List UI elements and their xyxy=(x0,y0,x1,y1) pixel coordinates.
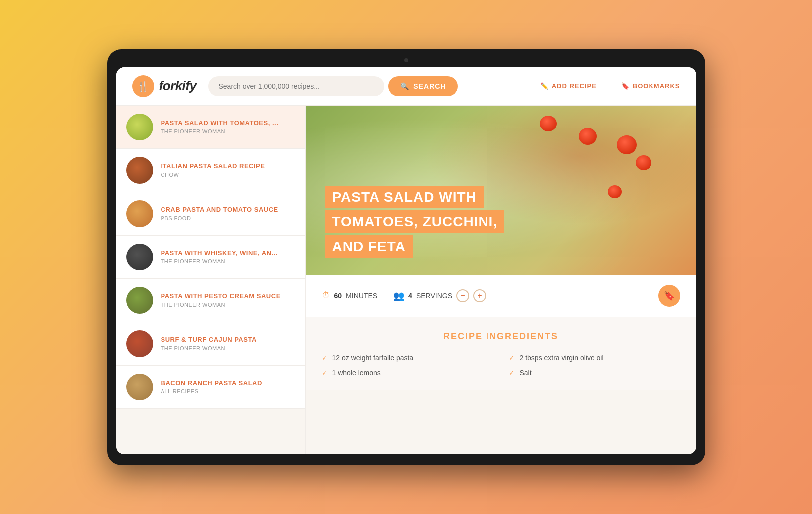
app-name: forkify xyxy=(159,78,197,94)
recipe-title: PASTA WITH PESTO CREAM SAUCE xyxy=(161,292,295,301)
recipe-thumbnail xyxy=(126,157,153,184)
bookmarks-button[interactable]: 🔖 BOOKMARKS xyxy=(621,81,680,91)
add-recipe-icon: ✏️ xyxy=(540,82,549,90)
servings-meta: 👥 4 SERVINGS − + xyxy=(393,289,486,302)
recipe-source: THE PIONEER WOMAN xyxy=(161,258,295,264)
ingredients-grid: ✓ 12 oz weight farfalle pasta ✓ 2 tbsps … xyxy=(322,354,680,377)
ingredient-item: ✓ 12 oz weight farfalle pasta xyxy=(322,354,493,362)
clock-icon: ⏱ xyxy=(322,290,330,301)
ingredients-title: RECIPE INGREDIENTS xyxy=(322,331,680,342)
increase-servings-button[interactable]: + xyxy=(473,289,486,302)
add-recipe-button[interactable]: ✏️ ADD RECIPE xyxy=(540,81,597,91)
ingredient-item: ✓ 1 whole lemons xyxy=(322,369,493,377)
recipe-title: ITALIAN PASTA SALAD RECIPE xyxy=(161,162,295,171)
recipe-thumbnail xyxy=(126,244,153,270)
ingredient-text: 12 oz weight farfalle pasta xyxy=(332,354,414,362)
recipe-meta: ⏱ 60 MINUTES 👥 4 SERVINGS − + xyxy=(306,275,696,317)
servings-value: 4 xyxy=(408,292,412,300)
search-area: 🔍 SEARCH xyxy=(208,76,458,96)
title-overlay: PASTA SALAD WITH TOMATOES, ZUCCHINI, AND… xyxy=(325,186,676,260)
recipe-title: PASTA WITH WHISKEY, WINE, AN... xyxy=(161,249,295,257)
recipe-title-line3: AND FETA xyxy=(325,235,413,258)
list-item[interactable]: SURF & TURF CAJUN PASTA THE PIONEER WOMA… xyxy=(116,322,305,366)
tomato-decoration xyxy=(617,135,637,154)
bookmark-recipe-button[interactable]: 🔖 xyxy=(658,285,680,307)
bookmarks-icon: 🔖 xyxy=(621,82,630,90)
ingredient-check-icon: ✓ xyxy=(322,369,327,377)
ingredient-text: 1 whole lemons xyxy=(332,369,381,377)
device-frame: 🍴 forkify 🔍 SEARCH ✏️ ADD RECIPE 🔖 B xyxy=(107,49,705,465)
ingredient-check-icon: ✓ xyxy=(322,354,327,362)
header-divider xyxy=(609,81,609,91)
recipe-title: BACON RANCH PASTA SALAD xyxy=(161,379,295,387)
device-notch xyxy=(116,58,696,62)
bookmark-icon: 🔖 xyxy=(664,290,675,301)
decrease-servings-button[interactable]: − xyxy=(456,289,469,302)
content-area: PASTA SALAD WITH TOMATOES, ZUCCHINI, AND… xyxy=(306,106,696,454)
recipe-info: SURF & TURF CAJUN PASTA THE PIONEER WOMA… xyxy=(161,336,295,352)
recipe-info: PASTA SALAD WITH TOMATOES, ... THE PIONE… xyxy=(161,119,295,135)
recipe-source: THE PIONEER WOMAN xyxy=(161,345,295,351)
recipe-source: CHOW xyxy=(161,172,295,178)
recipe-title: SURF & TURF CAJUN PASTA xyxy=(161,336,295,344)
search-button[interactable]: 🔍 SEARCH xyxy=(388,76,458,96)
sidebar: PASTA SALAD WITH TOMATOES, ... THE PIONE… xyxy=(116,106,306,454)
ingredient-text: 2 tbsps extra virgin olive oil xyxy=(520,354,604,362)
list-item[interactable]: PASTA WITH WHISKEY, WINE, AN... THE PION… xyxy=(116,236,305,279)
notch-dot xyxy=(404,58,408,62)
time-meta: ⏱ 60 MINUTES xyxy=(322,290,378,301)
recipe-thumbnail xyxy=(126,330,153,357)
tomato-decoration xyxy=(636,155,651,170)
recipe-thumbnail xyxy=(126,114,153,140)
time-value: 60 xyxy=(334,292,342,300)
ingredient-item: ✓ 2 tbsps extra virgin olive oil xyxy=(509,354,680,362)
list-item[interactable]: PASTA WITH PESTO CREAM SAUCE THE PIONEER… xyxy=(116,279,305,322)
header-actions: ✏️ ADD RECIPE 🔖 BOOKMARKS xyxy=(540,81,680,91)
tomato-decoration xyxy=(579,128,597,145)
ingredient-check-icon: ✓ xyxy=(509,369,515,377)
recipe-title: PASTA SALAD WITH TOMATOES, ... xyxy=(161,119,295,128)
recipe-source: ALL RECIPES xyxy=(161,388,295,394)
search-button-label: SEARCH xyxy=(413,82,446,90)
recipe-thumbnail xyxy=(126,200,153,227)
search-input[interactable] xyxy=(208,76,384,96)
add-recipe-label: ADD RECIPE xyxy=(552,82,597,90)
recipe-thumbnail xyxy=(126,287,153,314)
people-icon: 👥 xyxy=(393,290,404,301)
recipe-title-line2: TOMATOES, ZUCCHINI, xyxy=(325,210,505,233)
logo-area: 🍴 forkify xyxy=(132,75,197,97)
list-item[interactable]: PASTA SALAD WITH TOMATOES, ... THE PIONE… xyxy=(116,106,305,149)
tomato-decoration xyxy=(540,116,557,131)
ingredient-text: Salt xyxy=(520,369,532,377)
recipe-source: THE PIONEER WOMAN xyxy=(161,302,295,308)
logo-icon: 🍴 xyxy=(132,75,154,97)
ingredients-section: RECIPE INGREDIENTS ✓ 12 oz weight farfal… xyxy=(306,317,696,390)
recipe-thumbnail xyxy=(126,374,153,400)
recipe-info: BACON RANCH PASTA SALAD ALL RECIPES xyxy=(161,379,295,395)
ingredient-check-icon: ✓ xyxy=(509,354,515,362)
recipe-info: PASTA WITH WHISKEY, WINE, AN... THE PION… xyxy=(161,249,295,265)
list-item[interactable]: CRAB PASTA AND TOMATO SAUCE PBS FOOD xyxy=(116,192,305,236)
servings-label: SERVINGS xyxy=(416,292,452,300)
recipe-info: CRAB PASTA AND TOMATO SAUCE PBS FOOD xyxy=(161,206,295,222)
ingredient-item: ✓ Salt xyxy=(509,369,680,377)
recipe-title: CRAB PASTA AND TOMATO SAUCE xyxy=(161,206,295,214)
app-window: 🍴 forkify 🔍 SEARCH ✏️ ADD RECIPE 🔖 B xyxy=(116,67,696,454)
servings-controls: − + xyxy=(456,289,486,302)
recipe-info: PASTA WITH PESTO CREAM SAUCE THE PIONEER… xyxy=(161,292,295,308)
main-layout: PASTA SALAD WITH TOMATOES, ... THE PIONE… xyxy=(116,106,696,454)
recipe-source: THE PIONEER WOMAN xyxy=(161,128,295,134)
recipe-source: PBS FOOD xyxy=(161,215,295,221)
time-label: MINUTES xyxy=(346,292,377,300)
recipe-title-line1: PASTA SALAD WITH xyxy=(325,186,484,209)
list-item[interactable]: ITALIAN PASTA SALAD RECIPE CHOW xyxy=(116,149,305,192)
list-item[interactable]: BACON RANCH PASTA SALAD ALL RECIPES xyxy=(116,366,305,409)
search-icon: 🔍 xyxy=(400,82,409,90)
hero-image: PASTA SALAD WITH TOMATOES, ZUCCHINI, AND… xyxy=(306,106,696,275)
header: 🍴 forkify 🔍 SEARCH ✏️ ADD RECIPE 🔖 B xyxy=(116,67,696,106)
recipe-info: ITALIAN PASTA SALAD RECIPE CHOW xyxy=(161,162,295,178)
bookmarks-label: BOOKMARKS xyxy=(633,82,680,90)
